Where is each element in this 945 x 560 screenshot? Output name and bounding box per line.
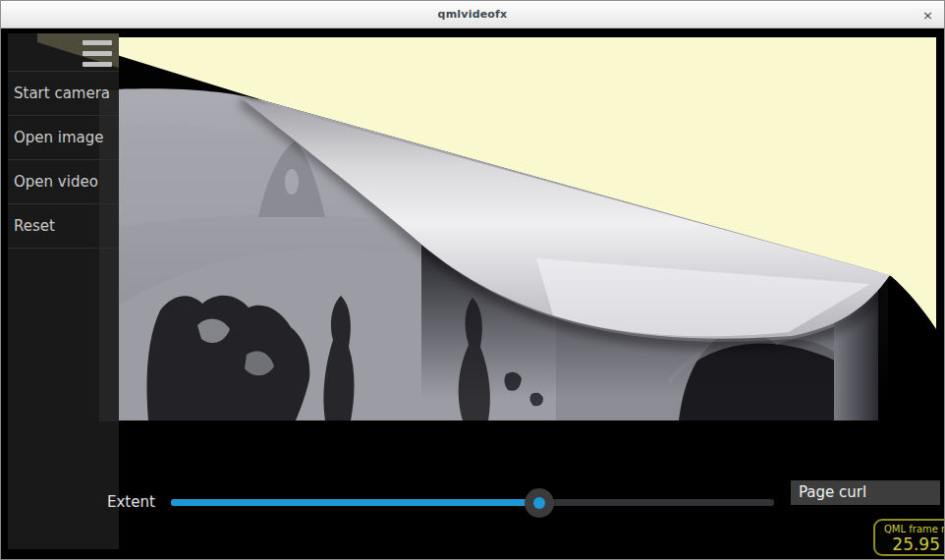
extent-slider-track[interactable] bbox=[171, 499, 774, 506]
sidebar-panel: Start camera Open image Open video Reset bbox=[8, 33, 119, 549]
menu-hamburger-icon[interactable] bbox=[83, 40, 112, 67]
slider-handle-dot bbox=[533, 497, 545, 509]
window-titlebar: qmlvideofx × bbox=[1, 1, 944, 28]
sidebar-item-start-camera[interactable]: Start camera bbox=[8, 71, 119, 115]
sidebar-menu-divider bbox=[8, 248, 119, 249]
effect-selector-button[interactable]: Page curl bbox=[791, 480, 940, 505]
sidebar-item-reset[interactable]: Reset bbox=[8, 203, 119, 248]
sidebar-item-open-video[interactable]: Open video bbox=[8, 159, 119, 203]
window-close-button[interactable]: × bbox=[917, 5, 936, 25]
fps-badge-value: 25.95 bbox=[875, 534, 940, 554]
video-display-area bbox=[1, 1, 945, 560]
extent-slider-fill bbox=[171, 499, 539, 506]
app-window: Start camera Open image Open video Reset… bbox=[0, 0, 945, 560]
sidebar-menu: Start camera Open image Open video Reset bbox=[8, 71, 119, 249]
sidebar-item-open-image[interactable]: Open image bbox=[8, 115, 119, 159]
extent-slider-handle[interactable] bbox=[525, 488, 554, 518]
extent-slider-label: Extent bbox=[107, 493, 155, 511]
fps-badge: QML frame r... 25.95 bbox=[873, 519, 945, 556]
window-title: qmlvideofx bbox=[1, 8, 944, 21]
fps-badge-label: QML frame r... bbox=[884, 524, 945, 534]
